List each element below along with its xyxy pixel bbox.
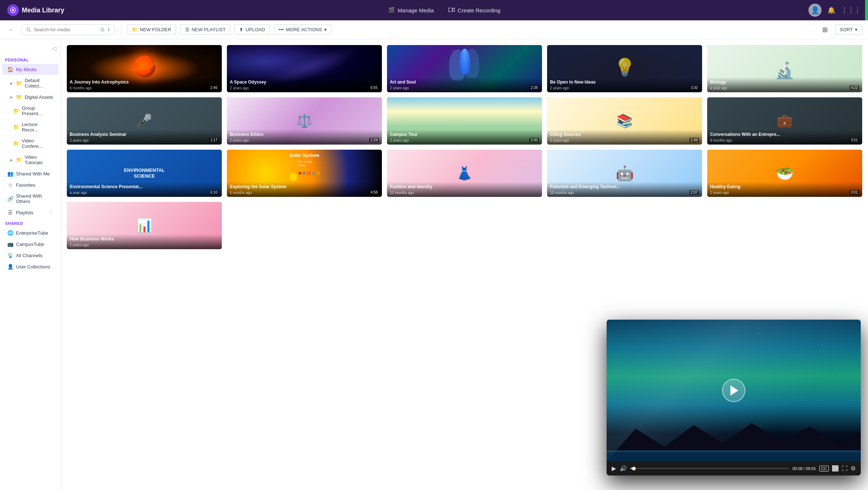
progress-bar[interactable] — [631, 468, 789, 469]
media-duration-6: 1:17 — [209, 138, 219, 142]
media-overlay-7: Business Ethics 2 years ago — [227, 130, 382, 145]
media-card-1[interactable]: A Journey Into Astrophysics 6 months ago… — [67, 45, 222, 92]
media-duration-12: 4:58 — [369, 190, 379, 195]
sidebar-item-video-confer[interactable]: 📁 Video Confere... — [2, 135, 58, 151]
info-icon[interactable]: ℹ — [108, 27, 110, 32]
media-card-5[interactable]: 🔬 Biology a year ago 4:22 — [707, 45, 862, 92]
media-title-13: Fashion and Identity — [390, 184, 539, 190]
media-thumb-3: Art and Soul 2 years ago 2:38 — [387, 45, 542, 92]
media-thumb-13: 👗 Fashion and Identity 10 months ago — [387, 150, 542, 197]
new-folder-button[interactable]: 📁 NEW FOLDER — [127, 24, 176, 35]
media-card-13[interactable]: 👗 Fashion and Identity 10 months ago — [387, 150, 542, 197]
media-card-16[interactable]: 📊 How Business Works 2 years ago — [67, 202, 222, 249]
create-recording-button[interactable]: Create Recording — [448, 7, 501, 13]
media-thumb-6: 🎤 Business Analysis Seminar 2 years ago … — [67, 97, 222, 145]
digital-assets-label: Digital Assets — [25, 94, 53, 100]
collapse-btn-area: ◁ — [0, 44, 61, 55]
media-card-3[interactable]: Art and Soul 2 years ago 2:38 — [387, 45, 542, 92]
sidebar-item-default-collect[interactable]: ▶ 📁 Default Collect... — [2, 75, 58, 91]
media-duration-7: 1:29 — [369, 138, 379, 142]
media-title-10: Conversations With an Entrepre... — [710, 132, 859, 138]
sidebar-item-my-media[interactable]: 🏠 My Media — [2, 64, 58, 75]
svg-rect-5 — [607, 450, 861, 452]
media-age-13: 10 months ago — [390, 191, 539, 195]
media-card-14[interactable]: 🤖 Futurism and Emerging Technol... 10 mo… — [547, 150, 702, 197]
sort-button[interactable]: SORT ▾ — [835, 24, 862, 35]
controls-right: CC ⬜ ⛶ ⚙ — [819, 465, 856, 472]
notifications-button[interactable]: 🔔 — [827, 6, 835, 14]
play-button-large[interactable] — [722, 379, 745, 402]
media-title-14: Futurism and Emerging Technol... — [550, 184, 699, 190]
app-title: Media Library — [22, 7, 64, 14]
video-screen — [607, 320, 861, 461]
media-card-11[interactable]: ENVIRONMENTALSCIENCE Environmental Scien… — [67, 150, 222, 197]
sort-chevron: ▾ — [855, 27, 857, 32]
solar-title-overlay: Solar System — [289, 153, 319, 158]
play-pause-button[interactable]: ▶ — [612, 465, 616, 472]
sidebar-item-all-channels[interactable]: 📡 All Channels — [2, 250, 58, 261]
new-playlist-button[interactable]: ☰ NEW PLAYLIST — [180, 24, 231, 35]
media-card-2[interactable]: A Space Odyssey 2 years ago 6:55 — [227, 45, 382, 92]
media-card-7[interactable]: ⚖️ Business Ethics 2 years ago 1:29 — [227, 97, 382, 145]
media-card-6[interactable]: 🎤 Business Analysis Seminar 2 years ago … — [67, 97, 222, 145]
user-collections-label: User Collections — [16, 264, 50, 270]
folder-icon-video-confer: 📁 — [13, 141, 19, 146]
more-icon: ••• — [279, 27, 284, 32]
favorites-label: Favorites — [16, 182, 35, 188]
media-age-9: 2 years ago — [550, 138, 699, 142]
planets-visual — [289, 166, 320, 181]
sidebar-item-favorites[interactable]: ☆ Favorites — [2, 179, 58, 190]
volume-button[interactable]: 🔊 — [620, 465, 627, 472]
search-box[interactable]: ⚙ ℹ — [21, 24, 115, 35]
sidebar-item-video-tutorials[interactable]: ▶ 📁 Video Tutorials — [2, 152, 58, 168]
pip-button[interactable]: ⬜ — [832, 465, 839, 472]
collapse-sidebar-button[interactable]: ← — [6, 25, 16, 34]
filter-icon[interactable]: ⚙ — [100, 27, 105, 33]
fullscreen-button[interactable]: ⛶ — [842, 465, 848, 472]
current-time: 00:08 — [792, 466, 803, 471]
playlists-more-icon[interactable]: ⋮ — [48, 210, 53, 215]
user-avatar[interactable]: 👤 — [808, 4, 822, 17]
sidebar-item-lecture-recor[interactable]: 📁 Lecture Recor... — [2, 119, 58, 135]
create-recording-icon — [448, 7, 455, 13]
media-thumb-1: A Journey Into Astrophysics 6 months ago… — [67, 45, 222, 92]
media-card-9[interactable]: 📚 Citing Sources 2 years ago 1:49 — [547, 97, 702, 145]
grid-view-button[interactable]: ⊞ — [818, 24, 832, 36]
captions-button[interactable]: CC — [819, 466, 829, 471]
media-card-10[interactable]: 💼 Conversations With an Entrepre... 6 mo… — [707, 97, 862, 145]
sidebar-item-campus-tube[interactable]: 📺 CampusTube — [2, 239, 58, 250]
media-thumb-10: 💼 Conversations With an Entrepre... 6 mo… — [707, 97, 862, 145]
personal-section-label: PERSONAL — [0, 55, 61, 64]
more-actions-button[interactable]: ••• MORE ACTIONS ▾ — [274, 24, 331, 35]
manage-media-button[interactable]: 🎬 Manage Media — [388, 7, 434, 13]
sidebar-item-user-collections[interactable]: 👤 User Collections — [2, 261, 58, 272]
sidebar-item-digital-assets[interactable]: ▶ 📁 Digital Assets — [2, 92, 58, 102]
ethics-visual: ⚖️ — [296, 113, 313, 129]
svg-point-1 — [12, 9, 14, 11]
apps-grid-button[interactable]: ⋮⋮⋮ — [841, 6, 861, 14]
media-card-12[interactable]: Solar System Mrs. SofiaLaura Exploring t… — [227, 150, 382, 197]
settings-button[interactable]: ⚙ — [851, 465, 856, 472]
media-card-4[interactable]: 💡 Be Open to New Ideas 2 years ago 3:30 — [547, 45, 702, 92]
video-tutorials-label: Video Tutorials — [25, 154, 53, 165]
toolbar-right: ⊞ SORT ▾ — [818, 24, 862, 36]
media-card-15[interactable]: 🥗 Healthy Eating 2 years ago 3:01 — [707, 150, 862, 197]
sidebar-item-enterprise-tube[interactable]: 🌐 EnterpriseTube — [2, 227, 58, 238]
sidebar-item-group-present[interactable]: 📁 Group Present... — [2, 103, 58, 119]
upload-button[interactable]: ⬆ UPLOAD — [235, 24, 269, 35]
expand-arrow-tutorials: ▶ — [10, 158, 13, 162]
media-overlay-9: Citing Sources 2 years ago — [547, 130, 702, 145]
search-input[interactable] — [34, 27, 97, 32]
lightbulb-icon: 💡 — [614, 57, 636, 78]
sidebar-item-playlists[interactable]: ☰ Playlists ⋮ — [2, 207, 58, 218]
collapse-icon[interactable]: ◁ — [52, 45, 56, 52]
media-card-8[interactable]: Campus Tour 2 years ago 3:30 — [387, 97, 542, 145]
media-overlay-6: Business Analysis Seminar 2 years ago — [67, 130, 222, 145]
media-age-5: a year ago — [710, 86, 859, 90]
more-actions-chevron: ▾ — [324, 27, 327, 32]
sidebar-item-shared-with-me[interactable]: 👥 Shared With Me — [2, 168, 58, 179]
video-confer-label: Video Confere... — [22, 138, 53, 149]
progress-handle[interactable] — [632, 467, 636, 470]
media-duration-15: 3:01 — [849, 190, 859, 195]
sidebar-item-shared-with-others[interactable]: 🔗 Shared With Others — [2, 191, 58, 207]
